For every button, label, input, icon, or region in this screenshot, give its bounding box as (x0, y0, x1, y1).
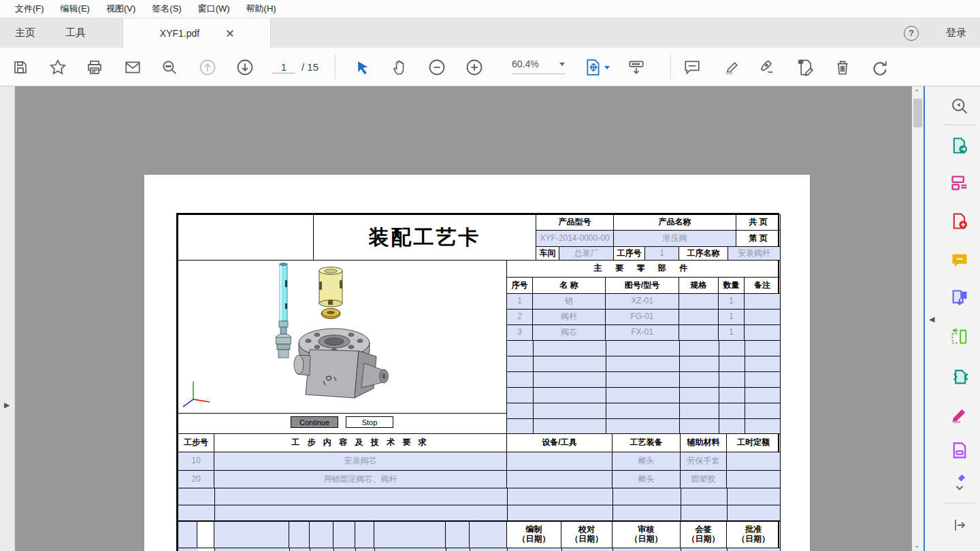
redo-icon[interactable] (870, 57, 890, 78)
zoom-out-icon[interactable] (427, 57, 447, 78)
step-row-equip[interactable]: 榔头 (612, 470, 681, 488)
process-name-field[interactable]: 安装阀杆 (728, 246, 781, 261)
workshop-field[interactable]: 总装厂 (559, 246, 614, 261)
parts-row-no[interactable]: 1 (506, 293, 533, 310)
export-pdf-icon[interactable] (949, 135, 970, 156)
tab-document[interactable]: XYF1.pdf (122, 18, 271, 48)
scroll-down-icon[interactable]: ⌄ (914, 541, 919, 549)
revision-field[interactable] (309, 521, 333, 548)
create-pdf-icon[interactable] (949, 211, 970, 231)
step-row-content[interactable]: 安装阀芯 (214, 452, 507, 471)
previous-page-icon[interactable] (197, 57, 218, 78)
print-icon[interactable] (84, 57, 105, 78)
step-row-material[interactable]: 劳保手套 (680, 452, 727, 471)
revision-field[interactable] (355, 521, 374, 548)
step-row-no[interactable]: 20 (178, 470, 214, 488)
parts-row-spec[interactable] (679, 309, 719, 325)
parts-row-name[interactable]: 阀杆 (532, 309, 606, 325)
continue-button[interactable]: Continue (291, 416, 338, 428)
collapse-right-panel-icon[interactable]: ◀ (929, 315, 934, 324)
menu-sign[interactable]: 签名(S) (144, 0, 189, 18)
revision-field[interactable] (469, 521, 507, 548)
fill-sign-icon[interactable] (949, 405, 970, 425)
menu-help[interactable]: 帮助(H) (238, 0, 284, 18)
step-row-equip[interactable]: 榔头 (612, 452, 681, 471)
vertical-scrollbar[interactable]: ⌃ ⌄ (912, 86, 924, 551)
hide-toolbar-icon[interactable] (626, 57, 647, 78)
parts-row-note[interactable] (744, 293, 781, 310)
parts-row-note[interactable] (744, 309, 781, 325)
revision-field[interactable] (214, 521, 289, 548)
step-row-tool[interactable] (506, 452, 612, 471)
parts-row-spec[interactable] (679, 293, 719, 310)
scrollbar-thumb[interactable] (913, 99, 922, 127)
open-left-panel-icon[interactable]: ▶ (4, 401, 10, 410)
product-name-field[interactable]: 泄压阀 (613, 230, 736, 247)
parts-row-note[interactable] (744, 324, 781, 341)
revision-field[interactable] (374, 521, 446, 548)
step-row-material[interactable]: 固塑胶 (680, 470, 727, 488)
combine-files-icon[interactable] (949, 288, 970, 308)
more-tools-icon[interactable] (949, 472, 970, 492)
step-row-tool[interactable] (506, 470, 612, 488)
3d-model-view[interactable] (178, 260, 507, 414)
edit-page-icon[interactable] (795, 57, 815, 78)
expand-panel-icon[interactable] (949, 515, 970, 535)
hand-tool-icon[interactable] (390, 57, 410, 78)
parts-row-model[interactable]: FG-01 (605, 309, 679, 325)
parts-empty-rows[interactable] (506, 340, 781, 434)
revision-field[interactable] (333, 521, 355, 548)
parts-row-name[interactable]: 销 (532, 293, 606, 310)
menu-view[interactable]: 视图(V) (98, 0, 144, 18)
revision-field[interactable] (289, 521, 310, 548)
process-no-field[interactable]: 1 (644, 246, 679, 261)
edit-pdf-icon[interactable] (949, 173, 970, 193)
page-number-input[interactable] (272, 61, 295, 73)
next-page-icon[interactable] (235, 57, 255, 78)
revision-field[interactable] (178, 521, 197, 548)
help-icon[interactable]: ? (904, 26, 919, 41)
star-icon[interactable] (48, 57, 68, 78)
steps-empty-rows[interactable] (178, 488, 781, 521)
delete-icon[interactable] (832, 57, 853, 78)
tab-home[interactable]: 主页 (0, 18, 50, 48)
signin-button[interactable]: 登录 (946, 27, 966, 39)
close-icon[interactable] (227, 30, 233, 37)
fit-page-dropdown[interactable] (582, 57, 612, 78)
organize-pages-icon[interactable] (949, 327, 970, 347)
save-icon[interactable] (10, 57, 31, 78)
select-tool-icon[interactable] (353, 57, 373, 78)
menu-file[interactable]: 文件(F) (7, 0, 52, 18)
comment-icon[interactable] (682, 57, 702, 78)
menu-window[interactable]: 窗口(W) (190, 0, 238, 18)
parts-row-qty[interactable]: 1 (718, 309, 745, 325)
sign-icon[interactable] (757, 57, 777, 78)
compress-pdf-icon[interactable] (949, 367, 970, 387)
step-row-no[interactable]: 10 (178, 452, 214, 471)
zoom-in-icon[interactable] (464, 57, 485, 78)
parts-row-qty[interactable]: 1 (718, 324, 745, 341)
stop-button[interactable]: Stop (346, 416, 393, 428)
parts-row-no[interactable]: 2 (506, 309, 533, 325)
step-row-content[interactable]: 用销固定阀芯、阀杆 (214, 470, 507, 488)
menu-edit[interactable]: 编辑(E) (52, 0, 98, 18)
highlighter-icon[interactable] (720, 57, 740, 78)
comment-tool-icon[interactable] (949, 250, 970, 271)
search-icon[interactable] (159, 57, 180, 78)
parts-row-spec[interactable] (679, 324, 719, 341)
approval-row-fields[interactable] (178, 548, 781, 551)
step-row-quota[interactable] (726, 470, 781, 488)
product-model-field[interactable]: XYF-2014-0000-00 (536, 230, 614, 247)
step-row-quota[interactable] (726, 452, 781, 471)
revision-field[interactable] (445, 521, 470, 548)
scroll-up-icon[interactable]: ⌃ (914, 88, 919, 96)
parts-row-model[interactable]: FX-01 (605, 324, 679, 341)
tab-tools[interactable]: 工具 (50, 18, 101, 48)
parts-row-no[interactable]: 3 (506, 324, 533, 341)
zoom-level-dropdown[interactable]: 60.4% (512, 59, 565, 74)
parts-row-qty[interactable]: 1 (718, 293, 745, 310)
search-document-icon[interactable] (949, 96, 970, 116)
protect-pdf-icon[interactable] (949, 440, 970, 461)
email-icon[interactable] (122, 57, 143, 78)
parts-row-model[interactable]: XZ-01 (605, 293, 679, 310)
